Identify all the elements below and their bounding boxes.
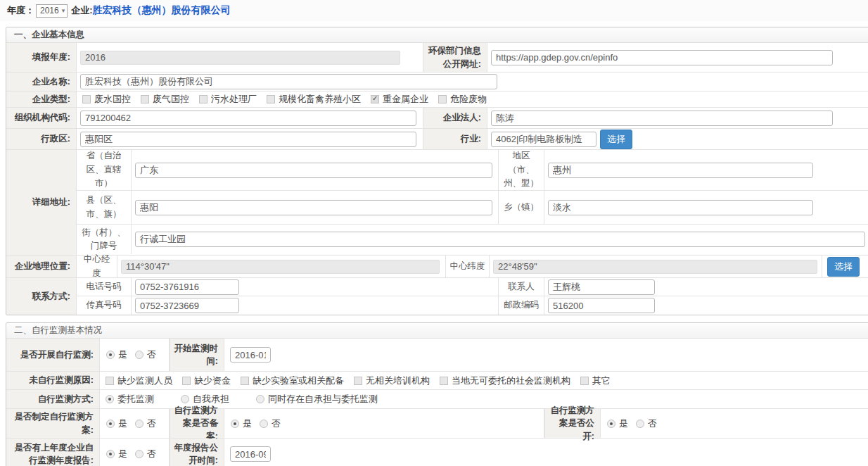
company-name-input[interactable] [80, 74, 497, 89]
radio-unchecked-icon[interactable] [135, 351, 143, 359]
radio-option[interactable]: 是 [106, 448, 127, 460]
checkbox-unchecked-icon[interactable] [106, 377, 114, 385]
radio-option[interactable]: 否 [135, 417, 156, 430]
fax-input[interactable] [135, 298, 239, 313]
radio-unchecked-icon[interactable] [256, 395, 264, 403]
radio-unchecked-icon[interactable] [260, 420, 268, 428]
industry-select-button[interactable]: 选择 [600, 130, 632, 149]
checkbox-unchecked-icon[interactable] [199, 95, 208, 103]
street-input[interactable] [135, 232, 865, 247]
radio-unchecked-icon[interactable] [181, 395, 189, 403]
county-label: 县（区、市、旗） [77, 191, 132, 224]
row-org-code: 组织机构代码: 企业法人: [6, 108, 868, 129]
checkbox-unchecked-icon[interactable] [241, 377, 249, 385]
radio-option[interactable]: 否 [260, 417, 281, 430]
topbar: 年度： 2016 ▾ 企业: 胜宏科技（惠州）股份有限公司 [0, 0, 868, 21]
checkbox-option[interactable]: 缺少资金 [182, 374, 231, 387]
checkbox-unchecked-icon[interactable] [82, 95, 91, 103]
checkbox-unchecked-icon[interactable] [580, 377, 589, 385]
region-input[interactable] [548, 163, 813, 178]
lon-input[interactable] [121, 260, 440, 274]
company-name-link[interactable]: 胜宏科技（惠州）股份有限公司 [93, 4, 231, 17]
radio-option[interactable]: 是 [106, 417, 127, 430]
no-monitor-reason-label: 未自行监测原因: [6, 372, 100, 389]
checkbox-option[interactable]: 当地无可委托的社会监测机构 [440, 374, 570, 387]
start-time-input[interactable] [230, 347, 271, 363]
radio-option[interactable]: 否 [135, 348, 156, 361]
radio-option[interactable]: 是 [231, 417, 252, 430]
fill-year-input[interactable] [80, 51, 400, 65]
has-last-year-report-options: 是否 [100, 439, 170, 466]
checkbox-unchecked-icon[interactable] [354, 377, 362, 385]
checkbox-option[interactable]: 废气国控 [141, 93, 189, 106]
checkbox-unchecked-icon[interactable] [182, 377, 191, 385]
checkbox-option[interactable]: 缺少监测人员 [106, 374, 172, 387]
radio-checked-icon[interactable] [106, 420, 115, 428]
checkbox-option[interactable]: 污水处理厂 [199, 93, 257, 106]
row-carry-out: 是否开展自行监测: 是否 开始监测时间: [6, 339, 868, 372]
option-label: 是 [243, 417, 252, 430]
option-label: 否 [147, 417, 156, 430]
radio-option[interactable]: 否 [636, 417, 657, 430]
radio-checked-icon[interactable] [106, 395, 114, 403]
region-cell [544, 150, 868, 190]
radio-option[interactable]: 否 [135, 448, 156, 460]
option-label: 其它 [592, 374, 611, 387]
checkbox-unchecked-icon[interactable] [267, 95, 275, 103]
checkbox-unchecked-icon[interactable] [438, 95, 447, 103]
radio-unchecked-icon[interactable] [135, 450, 143, 458]
province-input[interactable] [135, 163, 492, 178]
row-contact: 联系方式: 电话号码 联系人 传真号码 邮政编码 [6, 278, 868, 315]
env-url-input[interactable] [491, 50, 833, 65]
radio-option[interactable]: 委托监测 [106, 393, 154, 405]
contact-grid: 电话号码 联系人 传真号码 邮政编码 [77, 278, 868, 315]
radio-option[interactable]: 同时存在自承担与委托监测 [256, 393, 378, 405]
section2-title: 二、自行监测基本情况 [6, 323, 868, 339]
district-input[interactable] [80, 132, 416, 147]
year-label: 年度： [7, 4, 34, 17]
town-input[interactable] [548, 200, 813, 215]
checkbox-option[interactable]: 缺少实验室或相关配备 [241, 374, 344, 387]
row-geo: 企业地理位置: 中心经度 中心纬度 选择 [6, 256, 868, 278]
option-label: 规模化畜禽养殖小区 [279, 93, 361, 106]
radio-checked-icon[interactable] [607, 420, 615, 428]
checkbox-option[interactable]: 无相关培训机构 [354, 374, 430, 387]
street-label: 街（村）、门牌号 [77, 225, 132, 254]
radio-option[interactable]: 自我承担 [181, 393, 229, 405]
checkbox-option[interactable]: 规模化畜禽养殖小区 [267, 93, 361, 106]
lat-input[interactable] [493, 260, 817, 274]
checkbox-unchecked-icon[interactable] [440, 377, 448, 385]
geo-select-button[interactable]: 选择 [827, 257, 860, 277]
company-type-options: 废水国控废气国控污水处理厂规模化畜禽养殖小区重金属企业危险废物 [77, 92, 868, 107]
lat-label: 中心纬度 [446, 256, 490, 277]
zip-input[interactable] [548, 298, 655, 313]
radio-checked-icon[interactable] [231, 420, 239, 428]
option-label: 同时存在自承担与委托监测 [268, 393, 378, 405]
org-code-input[interactable] [80, 111, 416, 126]
start-time-cell [224, 339, 868, 371]
legal-person-input[interactable] [491, 111, 833, 126]
year-select-value: 2016 [40, 6, 59, 15]
radio-option[interactable]: 是 [607, 417, 628, 430]
radio-option[interactable]: 是 [106, 348, 127, 361]
radio-checked-icon[interactable] [106, 351, 115, 359]
phone-input[interactable] [135, 279, 239, 295]
option-label: 委托监测 [117, 393, 154, 405]
county-input[interactable] [135, 200, 492, 215]
report-public-time-input[interactable] [230, 446, 271, 462]
person-input[interactable] [548, 279, 655, 295]
no-monitor-reason-options: 缺少监测人员缺少资金缺少实验室或相关配备无相关培训机构当地无可委托的社会监测机构… [100, 372, 868, 389]
checkbox-checked-icon[interactable] [371, 95, 379, 103]
plan-public-options: 是否 [601, 409, 868, 438]
radio-unchecked-icon[interactable] [135, 420, 143, 428]
checkbox-option[interactable]: 其它 [580, 374, 611, 387]
year-select[interactable]: 2016 ▾ [36, 4, 68, 18]
phone-label: 电话号码 [77, 278, 132, 296]
checkbox-option[interactable]: 废水国控 [82, 93, 131, 106]
checkbox-option[interactable]: 重金属企业 [371, 93, 428, 106]
checkbox-option[interactable]: 危险废物 [438, 93, 487, 106]
radio-unchecked-icon[interactable] [636, 420, 644, 428]
industry-input[interactable] [491, 132, 596, 147]
radio-checked-icon[interactable] [106, 450, 115, 458]
checkbox-unchecked-icon[interactable] [141, 95, 149, 103]
